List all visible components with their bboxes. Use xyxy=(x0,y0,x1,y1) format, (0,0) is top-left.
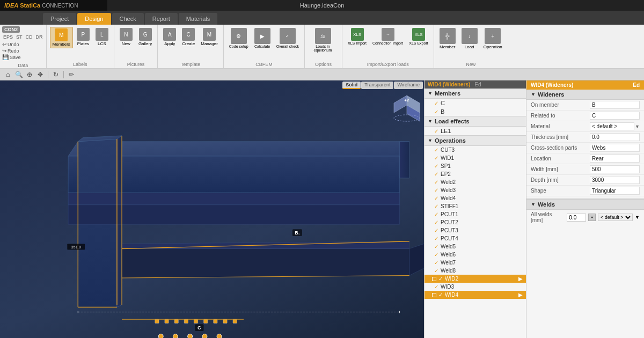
home-tool-btn[interactable]: ⌂ xyxy=(3,70,13,79)
tab-report[interactable]: Report xyxy=(145,13,178,25)
tree-item-c[interactable]: ✓ C xyxy=(425,99,526,107)
redo-btn[interactable]: ↪Redo xyxy=(2,48,44,54)
tree-item-weld8[interactable]: ✓Weld8 xyxy=(425,267,526,275)
st-btn[interactable]: ST xyxy=(15,34,24,40)
svg-point-23 xyxy=(202,334,207,338)
svg-point-21 xyxy=(173,334,178,338)
material-dropdown-btn[interactable]: ▼ xyxy=(635,124,640,129)
welds-section: ▼ Welds All welds [mm] + < default > ▼ xyxy=(526,199,644,225)
manager-btn[interactable]: M Manager xyxy=(199,27,220,62)
tree-item-weld6[interactable]: ✓Weld6 xyxy=(425,251,526,259)
code-setup-btn[interactable]: ⚙ Code setup xyxy=(227,27,251,49)
svg-rect-28 xyxy=(184,319,188,323)
lcs-btn[interactable]: L LCS xyxy=(93,27,111,47)
operations-section-header[interactable]: ▼ Operations xyxy=(425,135,526,146)
xls-import-btn[interactable]: XLS XLS Import xyxy=(346,27,369,62)
prop-on-member: On member B xyxy=(526,100,644,111)
connection-import-btn[interactable]: → Connection Import xyxy=(370,27,405,62)
loads-eq-btn[interactable]: ⚖ Loads in equilibrium xyxy=(308,27,338,62)
tree-item-sp1[interactable]: ✓SP1 xyxy=(425,162,526,170)
svg-point-22 xyxy=(188,334,193,338)
cd-btn[interactable]: CD xyxy=(25,34,34,40)
tree-item-cut3[interactable]: ✓CUT3 xyxy=(425,146,526,154)
tree-item-weld3[interactable]: ✓Weld3 xyxy=(425,186,526,194)
tree-item-weld4[interactable]: ✓Weld4 xyxy=(425,194,526,202)
wideners-section-title[interactable]: ▼ Wideners xyxy=(526,90,644,100)
wireframe-view-btn[interactable]: Wireframe xyxy=(394,82,423,89)
apply-btn[interactable]: A Apply xyxy=(161,27,178,62)
members-section-header[interactable]: ▼ Members xyxy=(425,89,526,99)
props-edit-btn[interactable]: Ed xyxy=(633,82,640,88)
members-btn[interactable]: M Members xyxy=(50,27,73,48)
weld-material-select[interactable]: < default > xyxy=(598,214,633,221)
tab-project[interactable]: Project xyxy=(43,13,76,25)
view-mode-bar: Solid Transparent Wireframe xyxy=(341,80,424,90)
tree-item-stiff1[interactable]: ✓STIFF1 xyxy=(425,202,526,210)
ribbon-group-options: ⚖ Loads in equilibrium Options xyxy=(305,25,342,68)
operation-btn[interactable]: + Operation xyxy=(481,27,504,62)
ribbon-group-template: A Apply C Create M Manager Template xyxy=(158,25,224,68)
tree-item-ep2[interactable]: ✓EP2 xyxy=(425,170,526,178)
properties-panel: WID4 (Wideners) Ed ▼ Wideners On member … xyxy=(526,80,644,338)
ribbon-group-data: CON2 EPS ST CD DR ↩Undo ↪Redo 💾Save Data xyxy=(0,25,47,68)
prop-thickness: Thickness [mm] 0.0 xyxy=(526,132,644,143)
eps-btn[interactable]: EPS xyxy=(2,34,14,40)
idea-logo: IDEA xyxy=(4,2,18,9)
svg-marker-11 xyxy=(68,193,399,205)
draw-tool-btn[interactable]: ✏ xyxy=(67,70,76,79)
save-btn[interactable]: 💾Save xyxy=(2,54,44,60)
transparent-view-btn[interactable]: Transparent xyxy=(361,82,393,89)
3d-viewport[interactable]: Solid Transparent Wireframe +Y xyxy=(0,80,424,338)
tab-materials[interactable]: Materials xyxy=(179,13,218,25)
svg-marker-12 xyxy=(68,205,399,224)
svg-rect-27 xyxy=(174,319,178,323)
tree-item-weld5[interactable]: ✓Weld5 xyxy=(425,243,526,251)
welds-section-title[interactable]: ▼ Welds xyxy=(526,199,644,210)
solid-view-btn[interactable]: Solid xyxy=(342,82,361,89)
new-picture-btn[interactable]: N New xyxy=(118,27,135,62)
dr-btn[interactable]: DR xyxy=(35,34,44,40)
calculate-btn[interactable]: ▶ Calculate xyxy=(252,27,273,49)
overall-check-btn[interactable]: ✓ Overall check xyxy=(274,27,301,49)
create-btn[interactable]: C Create xyxy=(180,27,197,62)
tree-edit-tab[interactable]: Ed xyxy=(474,82,481,87)
tree-item-pcut1[interactable]: ✓PCUT1 xyxy=(425,210,526,218)
tree-item-wid1[interactable]: ✓WID1 xyxy=(425,154,526,162)
gallery-btn[interactable]: G Gallery xyxy=(136,27,154,62)
svg-marker-13 xyxy=(122,249,409,278)
svg-rect-26 xyxy=(165,319,169,323)
tree-item-le1[interactable]: ✓ LE1 xyxy=(425,127,526,135)
tab-design[interactable]: Design xyxy=(77,13,111,25)
props-header: WID4 (Wideners) Ed xyxy=(526,80,644,90)
prop-depth: Depth [mm] 3000 xyxy=(526,175,644,186)
tree-item-weld7[interactable]: ✓Weld7 xyxy=(425,259,526,267)
xls-export-btn[interactable]: XLS XLS Export xyxy=(407,27,430,62)
wideners-section: ▼ Wideners On member B Related to C Mate… xyxy=(526,90,644,196)
load-btn[interactable]: ↓ Load xyxy=(459,27,480,62)
zoom-tool-btn[interactable]: ⊕ xyxy=(25,70,34,79)
tree-item-pcut2[interactable]: ✓PCUT2 xyxy=(425,218,526,226)
operations-section: ▼ Operations ✓CUT3 ✓WID1 ✓SP1 ✓EP2 ✓Weld… xyxy=(425,135,526,299)
tree-item-wid4[interactable]: ✓ WID4 ▶ xyxy=(425,291,526,299)
tree-item-pcut3[interactable]: ✓PCUT3 xyxy=(425,226,526,234)
tree-item-weld2[interactable]: ✓Weld2 xyxy=(425,178,526,186)
prop-material: Material < default > ▼ xyxy=(526,121,644,132)
load-effects-section-header[interactable]: ▼ Load effects xyxy=(425,116,526,127)
plates-btn[interactable]: P Plates xyxy=(75,27,92,47)
weld-material-dropdown[interactable]: ▼ xyxy=(635,215,640,220)
tree-item-pcut4[interactable]: ✓PCUT4 xyxy=(425,234,526,243)
rotate-tool-btn[interactable]: ↻ xyxy=(51,70,61,79)
ribbon-group-pictures: N New G Gallery Pictures xyxy=(114,25,158,68)
tree-item-b[interactable]: ✓ B xyxy=(425,107,526,116)
all-welds-input[interactable] xyxy=(567,214,586,222)
member-btn[interactable]: ╬ Member xyxy=(437,27,458,62)
svg-point-20 xyxy=(158,334,163,338)
tree-item-wid3[interactable]: ✓WID3 xyxy=(425,283,526,291)
tree-wid4-tab[interactable]: WID4 (Wideners) xyxy=(428,82,470,87)
search-tool-btn[interactable]: 🔍 xyxy=(14,70,24,79)
weld-increment-btn[interactable]: + xyxy=(588,214,596,221)
tree-item-wid2[interactable]: ✓ WID2 ▶ xyxy=(425,275,526,283)
tab-check[interactable]: Check xyxy=(112,13,144,25)
move-tool-btn[interactable]: ✥ xyxy=(35,70,45,79)
undo-btn[interactable]: ↩Undo xyxy=(2,41,44,47)
